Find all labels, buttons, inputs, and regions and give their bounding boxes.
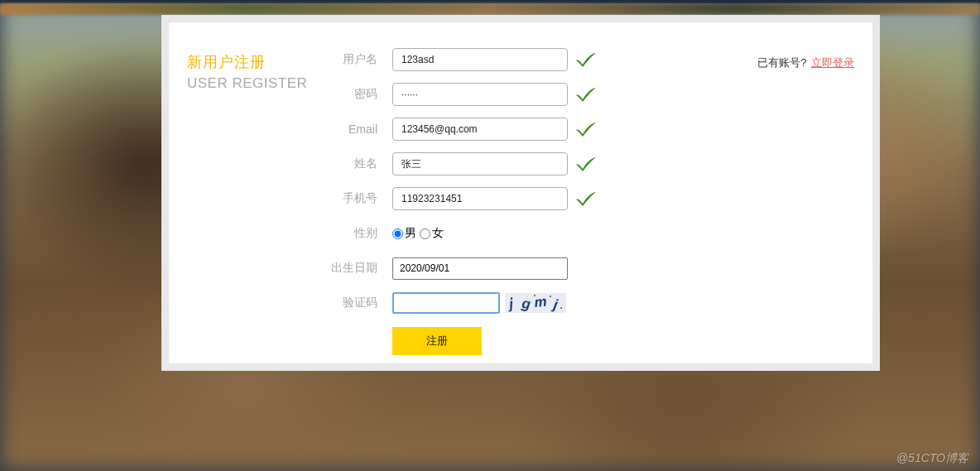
submit-button[interactable]: 注册	[392, 327, 482, 355]
password-input[interactable]	[392, 83, 568, 106]
svg-point-3	[550, 296, 551, 297]
username-input[interactable]	[392, 48, 568, 71]
side-col: 已有账号? 立即登录	[734, 37, 854, 348]
watermark: @51CTO博客	[896, 451, 968, 466]
row-password: 密码	[328, 77, 734, 112]
check-icon	[574, 190, 598, 207]
check-icon	[574, 121, 598, 137]
name-input[interactable]	[392, 152, 568, 175]
label-gender: 性别	[328, 226, 392, 241]
has-account-text: 已有账号?	[757, 56, 806, 69]
top-strip	[0, 3, 980, 15]
check-icon	[574, 51, 598, 68]
row-name: 姓名	[328, 147, 734, 181]
row-email: Email	[328, 112, 734, 147]
row-submit: 注册	[328, 327, 734, 355]
check-icon	[574, 86, 598, 103]
check-icon	[574, 156, 598, 172]
row-gender: 性别 男 女	[328, 216, 734, 251]
label-password: 密码	[328, 87, 392, 102]
radio-male[interactable]	[392, 228, 403, 239]
gender-radio-group: 男 女	[392, 226, 447, 241]
birth-input[interactable]	[392, 257, 568, 280]
row-birth: 出生日期	[328, 251, 734, 286]
login-link[interactable]: 立即登录	[811, 56, 854, 69]
radio-female[interactable]	[420, 228, 430, 239]
title-cn: 新用户注册	[187, 52, 328, 72]
label-captcha: 验证码	[328, 296, 392, 310]
svg-point-4	[560, 307, 562, 309]
label-username: 用户名	[328, 52, 392, 67]
captcha-image[interactable]: j g m j	[505, 293, 566, 313]
email-input[interactable]	[392, 118, 568, 141]
title-block: 新用户注册 USER REGISTER	[187, 37, 328, 348]
row-captcha: 验证码 j g m j	[328, 286, 734, 320]
label-birth: 出生日期	[328, 261, 392, 276]
svg-text:m: m	[534, 294, 548, 310]
captcha-input[interactable]	[392, 292, 500, 314]
label-email: Email	[328, 123, 392, 136]
radio-female-label: 女	[432, 226, 444, 241]
label-name: 姓名	[328, 156, 392, 171]
row-phone: 手机号	[328, 181, 734, 216]
register-card: 新用户注册 USER REGISTER 用户名 密码 Email 姓名	[161, 15, 880, 371]
title-en: USER REGISTER	[187, 75, 328, 92]
phone-input[interactable]	[392, 187, 568, 210]
label-phone: 手机号	[328, 191, 392, 206]
row-username: 用户名	[328, 42, 734, 77]
radio-male-label: 男	[405, 226, 416, 241]
register-form: 用户名 密码 Email 姓名	[328, 37, 734, 348]
